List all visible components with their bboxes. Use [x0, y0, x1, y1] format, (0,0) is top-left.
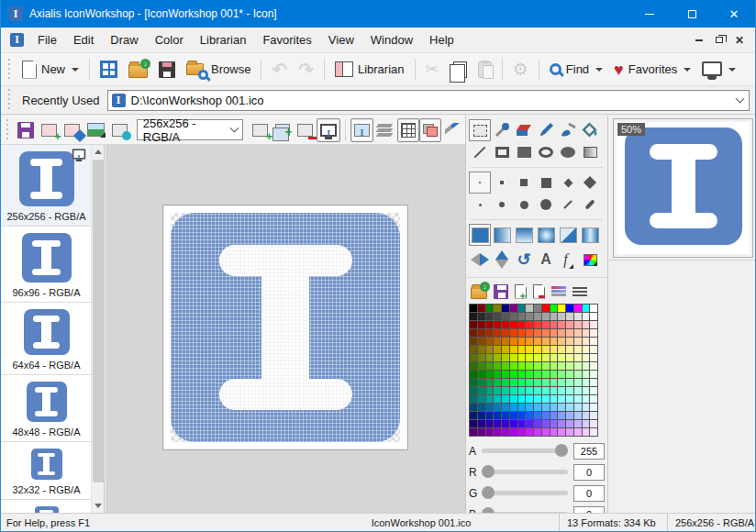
palette-open-icon[interactable]: ↓: [471, 287, 487, 299]
palette-color-r12-c5[interactable]: [510, 420, 517, 427]
menu-item-librarian[interactable]: Librarian: [192, 29, 255, 50]
palette-color-r10-c14[interactable]: [583, 404, 590, 411]
sidebar-scrollbar[interactable]: [91, 145, 104, 513]
text-tool[interactable]: A: [535, 249, 557, 271]
palette-color-standard-11[interactable]: [558, 305, 565, 312]
brush-size-diamond-large[interactable]: [579, 172, 601, 194]
format-select[interactable]: 256x256 - RGB/A: [137, 119, 243, 140]
fill-style-gradient-vertical[interactable]: [513, 224, 535, 246]
filled-rectangle-tool[interactable]: [513, 141, 535, 163]
palette-color-r10-c7[interactable]: [526, 404, 533, 411]
format-list-item-48x48[interactable]: 48x48 - RGB/A: [1, 375, 92, 442]
palette-color-r12-c11[interactable]: [558, 420, 565, 427]
palette-color-r4-c4[interactable]: [502, 354, 509, 361]
palette-color-r7-c10[interactable]: [550, 379, 558, 386]
palette-color-r9-c1[interactable]: [478, 395, 485, 403]
palette-color-r7-c14[interactable]: [583, 379, 590, 386]
palette-color-gray-9[interactable]: [542, 313, 550, 320]
palette-color-gray-7[interactable]: [526, 313, 533, 320]
palette-color-r11-c7[interactable]: [526, 412, 533, 419]
palette-gradient-list-icon[interactable]: [551, 285, 566, 297]
find-button[interactable]: Find: [544, 56, 608, 83]
palette-color-r6-c9[interactable]: [542, 371, 550, 378]
palette-color-r2-c10[interactable]: [550, 338, 558, 345]
favorites-dropdown-icon[interactable]: [684, 68, 691, 72]
palette-color-gray-1[interactable]: [478, 313, 485, 320]
format-list-item-64x64[interactable]: 64x64 - RGB/A: [1, 303, 92, 375]
brush-size-round-3[interactable]: [513, 194, 535, 216]
transparency-toggle[interactable]: [419, 118, 441, 142]
palette-color-r3-c15[interactable]: [590, 346, 597, 353]
palette-color-r13-c4[interactable]: [502, 428, 509, 436]
palette-color-r13-c5[interactable]: [510, 428, 517, 436]
palette-color-r4-c6[interactable]: [518, 354, 526, 361]
pencil-tool[interactable]: [535, 119, 557, 141]
palette-color-r10-c4[interactable]: [502, 404, 509, 411]
palette-color-r8-c0[interactable]: [470, 387, 477, 394]
palette-color-r9-c12[interactable]: [566, 395, 573, 403]
recently-used-combobox[interactable]: I D:\IconWorkshop 001.ico: [107, 90, 750, 111]
palette-color-r11-c14[interactable]: [583, 412, 590, 419]
palette-color-r11-c10[interactable]: [550, 412, 558, 419]
palette-color-r10-c5[interactable]: [510, 404, 517, 411]
eraser-tool[interactable]: [513, 119, 535, 141]
palette-color-r6-c11[interactable]: [558, 371, 565, 378]
palette-color-r5-c13[interactable]: [574, 362, 582, 370]
palette-color-r0-c4[interactable]: [502, 321, 509, 328]
palette-color-r12-c2[interactable]: [486, 420, 494, 427]
palette-color-r3-c13[interactable]: [574, 346, 582, 353]
palette-color-r10-c12[interactable]: [566, 404, 573, 411]
screen-dropdown-icon[interactable]: [728, 68, 736, 72]
undo-button[interactable]: ↶: [266, 56, 293, 83]
palette-color-standard-9[interactable]: [542, 305, 550, 312]
palette-color-r10-c8[interactable]: [534, 404, 541, 411]
palette-color-r7-c12[interactable]: [566, 379, 573, 386]
palette-color-standard-14[interactable]: [583, 305, 590, 312]
palette-color-r11-c4[interactable]: [502, 412, 509, 419]
palette-color-standard-4[interactable]: [502, 305, 509, 312]
palette-color-r13-c13[interactable]: [574, 428, 582, 436]
palette-color-standard-6[interactable]: [518, 305, 526, 312]
menu-item-favorites[interactable]: Favorites: [254, 29, 319, 50]
palette-color-r12-c13[interactable]: [574, 420, 582, 427]
palette-color-r4-c9[interactable]: [542, 354, 550, 361]
palette-color-standard-2[interactable]: [486, 305, 494, 312]
palette-color-r3-c14[interactable]: [583, 346, 590, 353]
close-button[interactable]: ✕: [713, 0, 755, 28]
palette-color-r1-c14[interactable]: [583, 329, 590, 337]
palette-color-r3-c10[interactable]: [550, 346, 558, 353]
palette-color-r3-c12[interactable]: [566, 346, 573, 353]
palette-color-r9-c15[interactable]: [590, 395, 597, 403]
palette-color-r12-c1[interactable]: [478, 420, 485, 427]
palette-color-r6-c4[interactable]: [502, 371, 509, 378]
palette-color-r12-c14[interactable]: [583, 420, 590, 427]
palette-color-r6-c2[interactable]: [486, 371, 494, 378]
menu-item-view[interactable]: View: [320, 29, 362, 50]
palette-color-r3-c11[interactable]: [558, 346, 565, 353]
paste-button[interactable]: [472, 56, 497, 83]
palette-color-r11-c2[interactable]: [486, 412, 494, 419]
toolbar-grip[interactable]: [8, 59, 13, 81]
palette-color-r11-c11[interactable]: [558, 412, 565, 419]
add-format-button[interactable]: ＋: [249, 118, 272, 142]
palette-color-r6-c0[interactable]: [470, 371, 477, 378]
palette-color-gray-14[interactable]: [583, 313, 590, 320]
palette-color-r8-c11[interactable]: [558, 387, 565, 394]
palette-color-r3-c8[interactable]: [534, 346, 541, 353]
palette-color-r3-c1[interactable]: [478, 346, 485, 353]
preview-window-toggle[interactable]: I: [350, 118, 373, 142]
palette-color-r9-c3[interactable]: [494, 395, 501, 403]
palette-color-standard-10[interactable]: [550, 305, 558, 312]
palette-color-r13-c6[interactable]: [518, 428, 526, 436]
new-dropdown-icon[interactable]: [72, 68, 79, 72]
filled-ellipse-tool[interactable]: [557, 141, 579, 163]
palette-color-r13-c0[interactable]: [470, 428, 477, 436]
brush-size-square-small[interactable]: [491, 172, 513, 194]
palette-color-r1-c6[interactable]: [518, 329, 526, 337]
menu-item-file[interactable]: File: [29, 29, 65, 50]
scrollbar-thumb[interactable]: [93, 160, 104, 482]
palette-color-r5-c9[interactable]: [542, 362, 550, 370]
duplicate-format-button[interactable]: ＋: [272, 118, 294, 142]
palette-color-r10-c11[interactable]: [558, 404, 565, 411]
new-image-format-button[interactable]: ＋: [38, 118, 61, 142]
